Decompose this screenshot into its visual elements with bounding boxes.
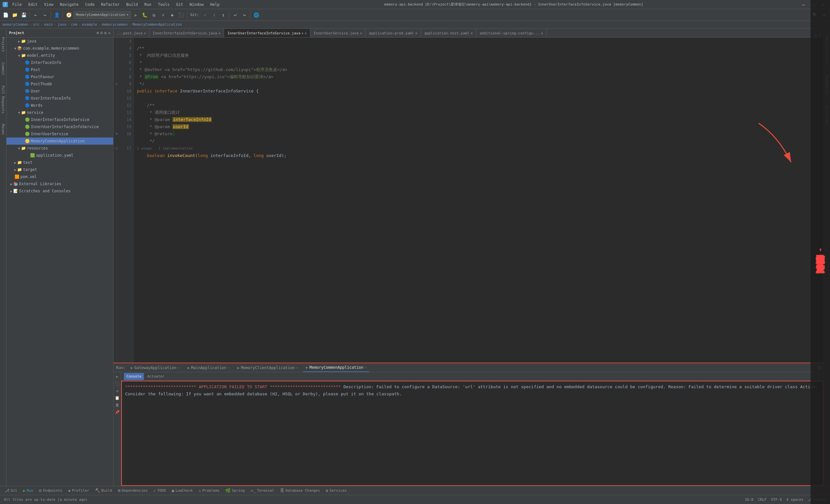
bt-git[interactable]: ⎇ Git xyxy=(2,487,20,494)
menu-edit[interactable]: Edit xyxy=(26,2,40,7)
bt-terminal[interactable]: >_ Terminal xyxy=(248,487,277,494)
run-config-dropdown[interactable]: MemoryCommenApplication ▾ xyxy=(73,11,131,19)
tab-additional-spring[interactable]: additional-spring-configu... ✕ xyxy=(476,29,547,37)
run-tab-close-icon[interactable]: ✕ xyxy=(296,366,298,369)
run-stop-icon[interactable]: ⬛ xyxy=(115,381,120,387)
code-content[interactable]: /** * 内部用户接口信息服务 * * @author <a href="ht… xyxy=(134,38,824,363)
tab-close-icon[interactable]: ✕ xyxy=(541,31,543,35)
user-button[interactable]: 👤 xyxy=(53,11,61,19)
status-position[interactable]: 16:8 xyxy=(743,498,755,502)
tab-inneruserinterfaceinfoservice[interactable]: InnerUserInterfaceInfoService.java ● ✕ xyxy=(224,29,310,37)
project-tab[interactable]: Project xyxy=(0,35,6,54)
run-rerun-icon[interactable]: ↺ xyxy=(115,388,120,394)
breadcrumb-memorycommen[interactable]: memoryCommen xyxy=(3,22,28,27)
tab-application-test[interactable]: application-test.yaml ✕ xyxy=(421,29,476,37)
bt-build[interactable]: 🔨 Build xyxy=(92,487,115,494)
bt-run[interactable]: ▶ Run xyxy=(21,487,36,494)
git-push-button[interactable]: ↑ xyxy=(210,11,218,19)
menu-window[interactable]: Window xyxy=(187,2,206,7)
tree-item-scratches[interactable]: ▶ 📝 Scratches and Consoles xyxy=(6,187,113,195)
tree-item-service[interactable]: ▼ 📁 service xyxy=(6,109,113,116)
run-tab-main[interactable]: ▶ MainApplication ✕ xyxy=(185,364,232,372)
breadcrumb-memorycommenapplication[interactable]: MemoryCommenApplication xyxy=(132,22,182,27)
collapse-all-icon[interactable]: ⊟ xyxy=(100,30,103,35)
tab-close-icon[interactable]: ✕ xyxy=(305,31,307,35)
tree-item-interfaceinfo[interactable]: 🔵 InterfaceInfo xyxy=(6,59,113,66)
tab-innerinterfaceinfoservice[interactable]: InnerInterfaceInfoService.java ✕ xyxy=(150,29,224,37)
tree-item-model-entity[interactable]: ▼ 📁 model.entity xyxy=(6,52,113,59)
tab-inneruserservice[interactable]: InnerUserService.java ✕ xyxy=(310,29,366,37)
run-tab-memoryclient[interactable]: ▶ MemoryClientApplication ✕ xyxy=(235,364,300,372)
tree-item-pomxml[interactable]: 🟧 pom.xml xyxy=(6,173,113,180)
tab-application-prod[interactable]: application-prod.yaml ✕ xyxy=(366,29,421,37)
more-run-button[interactable]: ⚡ xyxy=(159,11,167,19)
tree-item-com-example[interactable]: ▼ 📦 com.example.memorycommen xyxy=(6,45,113,52)
bt-luacheck[interactable]: ◉ LuaCheck xyxy=(169,487,195,494)
bt-dependencies[interactable]: ⊞ Dependencies xyxy=(116,487,150,494)
tree-item-inneruserinterfaceinfoservice[interactable]: 🟢 InnerUserInterfaceInfoService xyxy=(6,123,113,130)
menu-build[interactable]: Build xyxy=(124,2,140,7)
menu-git[interactable]: Git xyxy=(173,2,186,7)
tab-close-icon[interactable]: ✕ xyxy=(219,31,221,35)
tree-item-applicationyaml[interactable]: 🟩 application.yaml xyxy=(6,152,113,159)
bt-database-changes[interactable]: 🗄 Database Changes xyxy=(278,487,323,494)
run-scroll-icon[interactable]: 📋 xyxy=(115,395,120,401)
tree-item-post[interactable]: 🔵 Post xyxy=(6,66,113,73)
run-tab-close-icon[interactable]: ✕ xyxy=(228,366,229,369)
forward-button[interactable]: → xyxy=(40,11,49,19)
bt-profiler[interactable]: ◈ Profiler xyxy=(65,487,92,494)
tree-item-innerinterfaceinfoservice[interactable]: 🟢 InnerInterfaceInfoService xyxy=(6,116,113,123)
status-charset[interactable]: UTF-8 xyxy=(770,498,783,502)
bt-spring[interactable]: 🌿 Spring xyxy=(223,487,247,494)
breadcrumb-memorycommen2[interactable]: memorycommen xyxy=(102,22,127,27)
breadcrumb-com[interactable]: com xyxy=(71,22,77,27)
git-update-button[interactable]: ✓ xyxy=(201,11,209,19)
breadcrumb-java[interactable]: java xyxy=(58,22,66,27)
bt-endpoints[interactable]: ⊡ Endpoints xyxy=(37,487,65,494)
save-button[interactable]: 💾 xyxy=(20,11,28,19)
run-tab-close-icon[interactable]: ✕ xyxy=(365,366,367,369)
status-indent[interactable]: 4 spaces xyxy=(785,498,805,502)
tree-item-target[interactable]: ▶ 📁 target xyxy=(6,166,113,173)
tab-actuator[interactable]: Actuator xyxy=(145,373,167,380)
git-branch-button[interactable]: ↕ xyxy=(219,11,227,19)
profile-button[interactable]: ◈ xyxy=(168,11,177,19)
tree-item-userinterfaceinfo[interactable]: 🔵 UserInterfaceInfo xyxy=(6,95,113,102)
status-file-status[interactable]: All files are up-to-date (a minute ago) xyxy=(3,498,89,502)
project-settings-icon[interactable]: ⚙ xyxy=(104,30,107,35)
run-tab-gateway[interactable]: ▶ GatewayApplication ✕ xyxy=(128,364,182,372)
tree-item-memorycommenapplication[interactable]: 🟡 MemoryCommenApplication xyxy=(6,137,113,145)
bt-services[interactable]: ⚙ Services xyxy=(323,487,350,494)
menu-navigate[interactable]: Navigate xyxy=(57,2,82,7)
tree-item-test[interactable]: ▶ 📁 test xyxy=(6,159,113,166)
new-file-button[interactable]: 📄 xyxy=(1,11,10,19)
translate-button[interactable]: 🌐 xyxy=(252,11,260,19)
stop-button[interactable]: ⬛ xyxy=(177,11,186,19)
coverage-button[interactable]: ◎ xyxy=(150,11,158,19)
tab-close-icon[interactable]: ✕ xyxy=(143,31,146,35)
tree-item-user[interactable]: 🔵 User xyxy=(6,88,113,95)
nav-button[interactable]: 🧭 xyxy=(65,11,73,19)
tree-item-resources[interactable]: ▼ 📁 resources xyxy=(6,145,113,152)
minimize-button[interactable]: — xyxy=(799,1,808,8)
tree-item-postthumb[interactable]: 🔵 PostThumb xyxy=(6,81,113,88)
run-play-icon[interactable]: ▶ xyxy=(115,374,120,379)
tree-item-inneruserservice[interactable]: 🟢 InnerUserService xyxy=(6,130,113,137)
pull-requests-tab[interactable]: Pull Requests xyxy=(0,84,6,116)
debug-button[interactable]: 🐛 xyxy=(141,11,149,19)
menu-refactor[interactable]: Refactor xyxy=(98,2,122,7)
menu-tools[interactable]: Tools xyxy=(155,2,172,7)
tab-post[interactable]: ...post.java ✕ xyxy=(114,29,150,37)
menu-file[interactable]: File xyxy=(10,2,24,7)
tree-item-java[interactable]: ▶ 📁 java xyxy=(6,38,113,45)
bt-problems[interactable]: ⚠ Problems xyxy=(196,487,222,494)
commit-tab[interactable]: Commit xyxy=(0,60,6,77)
run-pin-icon[interactable]: 📌 xyxy=(115,409,120,415)
tree-item-words[interactable]: 🔵 Words xyxy=(6,102,113,109)
tree-item-postfavour[interactable]: 🔵 PostFavour xyxy=(6,73,113,81)
tab-console[interactable]: Console xyxy=(124,373,144,380)
back-button[interactable]: ← xyxy=(31,11,40,19)
open-button[interactable]: 📁 xyxy=(10,11,19,19)
breadcrumb-main[interactable]: main xyxy=(44,22,53,27)
redo-button[interactable]: ↪ xyxy=(240,11,248,19)
